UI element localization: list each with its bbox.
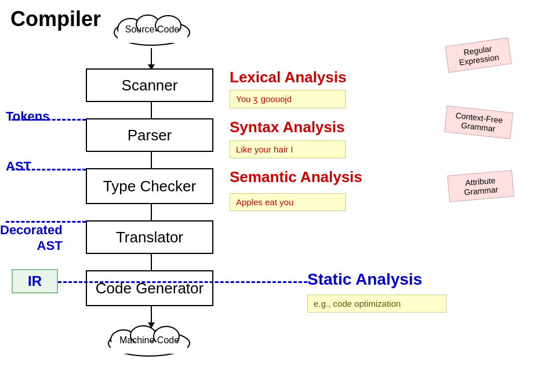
ir-box: IR	[12, 269, 58, 293]
source-code-cloud: Source Code	[107, 10, 197, 48]
attribute-grammar-box: Attribute Grammar	[447, 170, 514, 202]
compiler-diagram: Compiler Source Code Scanner Parser Type…	[0, 0, 541, 392]
machine-code-cloud: Machine Code	[101, 322, 197, 358]
lexical-yellow-box: You ʒ goouojd	[230, 90, 346, 108]
machine-code-label: Machine Code	[119, 335, 179, 346]
parser-box: Parser	[86, 118, 213, 152]
source-code-label: Source Code	[125, 24, 179, 35]
code-generator-box: Code Generator	[86, 270, 213, 306]
semantic-analysis-label: Semantic Analysis	[230, 168, 362, 186]
lexical-analysis-label: Lexical Analysis	[230, 68, 346, 86]
context-free-grammar-box: Context-Free Grammar	[444, 106, 513, 139]
semantic-yellow-box: Apples eat you	[230, 193, 346, 211]
type-checker-box: Type Checker	[86, 168, 213, 204]
regular-expression-box: Regular Expression	[445, 38, 511, 73]
scanner-box: Scanner	[86, 68, 213, 102]
ast-label: AST	[6, 159, 31, 174]
syntax-analysis-label: Syntax Analysis	[230, 118, 344, 136]
ir-dashed-line	[58, 281, 307, 283]
static-analysis-yellow-box: e.g., code optimization	[307, 295, 446, 313]
syntax-yellow-box: Like your hair I	[230, 140, 346, 158]
tokens-label: Tokens	[6, 109, 49, 124]
translator-box: Translator	[86, 220, 213, 254]
decorated-ast-label: Decorated AST	[0, 208, 63, 253]
static-analysis-label: Static Analysis	[307, 270, 422, 289]
compiler-title: Compiler	[10, 7, 101, 31]
arrow-source-scanner	[148, 48, 155, 70]
